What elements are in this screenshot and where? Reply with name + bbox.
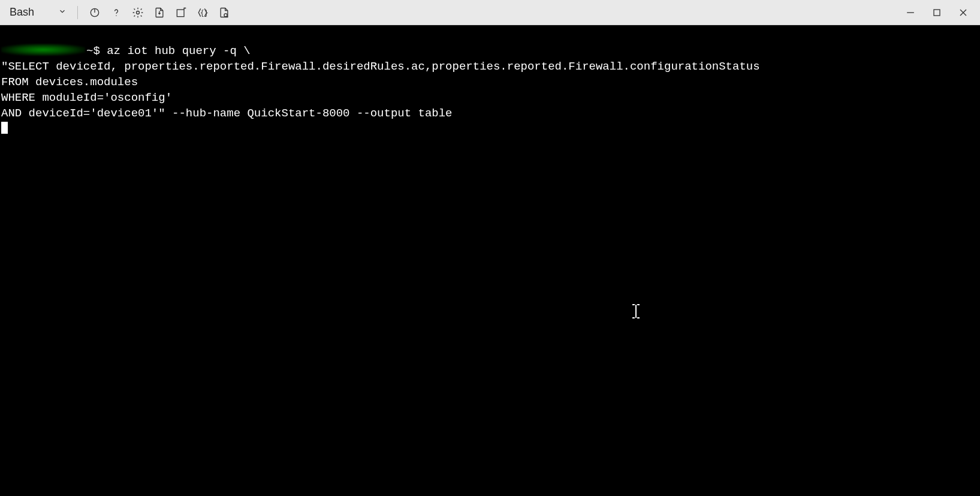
text-caret-icon <box>613 288 641 323</box>
upload-download-button[interactable] <box>149 2 170 23</box>
new-session-button[interactable] <box>170 2 192 23</box>
svg-point-2 <box>116 15 116 16</box>
svg-rect-8 <box>934 10 940 16</box>
svg-point-6 <box>224 13 227 16</box>
editor-button[interactable]: {} <box>192 2 213 23</box>
shell-type-label: Bash <box>10 6 34 19</box>
terminal-line-1: az iot hub query -q \ <box>107 44 250 58</box>
help-button[interactable] <box>105 2 127 23</box>
terminal-line-2: "SELECT deviceId, properties.reported.Fi… <box>1 60 760 73</box>
minimize-button[interactable] <box>898 2 922 23</box>
shell-type-dropdown[interactable]: Bash <box>5 6 71 19</box>
maximize-button[interactable] <box>925 2 949 23</box>
chevron-down-icon <box>58 6 67 19</box>
settings-button[interactable] <box>127 2 149 23</box>
cloud-shell-toolbar: Bash {} <box>0 0 980 25</box>
svg-text:{}: {} <box>200 8 209 17</box>
terminal-cursor <box>1 122 8 134</box>
svg-point-3 <box>137 11 140 14</box>
terminal-line-4: WHERE moduleId='osconfig' <box>1 91 172 104</box>
terminal-line-5: AND deviceId='device01'" --hub-name Quic… <box>1 107 453 120</box>
restart-button[interactable] <box>84 2 105 23</box>
close-button[interactable] <box>951 2 975 23</box>
terminal-line-3: FROM devices.modules <box>1 76 138 89</box>
toolbar-divider <box>77 6 78 19</box>
svg-rect-4 <box>177 10 184 17</box>
web-preview-button[interactable] <box>213 2 235 23</box>
terminal-area[interactable]: ~$ az iot hub query -q \ "SELECT deviceI… <box>0 25 980 496</box>
redacted-hostname <box>1 44 85 56</box>
prompt-symbol: ~$ <box>86 44 107 58</box>
